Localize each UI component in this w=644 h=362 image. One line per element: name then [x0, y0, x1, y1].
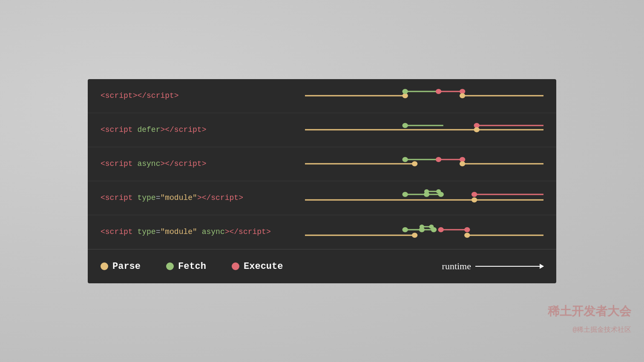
timeline-basic	[305, 83, 543, 108]
timeline-svg-module-async	[305, 219, 543, 245]
row-script-module-async: <script type="module" async></script>	[88, 215, 556, 249]
svg-point-49	[438, 227, 443, 232]
timeline-module	[305, 185, 543, 211]
svg-point-32	[438, 192, 443, 197]
fetch-dot	[166, 262, 174, 270]
legend-fetch: Fetch	[166, 261, 206, 272]
code-label-basic: <script></script>	[101, 91, 305, 100]
code-label-defer: <script defer></script>	[101, 125, 305, 134]
execute-dot	[232, 262, 239, 270]
timeline-svg-async	[305, 151, 543, 177]
watermark-title: 稀土开发者大会	[548, 303, 631, 319]
watermark-subtitle: @稀土掘金技术社区	[572, 325, 631, 334]
timeline-svg-module	[305, 185, 543, 211]
svg-point-39	[464, 233, 470, 238]
slide-container: <script></script>	[88, 79, 556, 283]
svg-point-47	[431, 227, 437, 232]
svg-point-5	[436, 89, 441, 94]
svg-point-18	[402, 157, 408, 162]
row-script-module: <script type="module"></script>	[88, 181, 556, 215]
svg-point-20	[436, 157, 441, 162]
parse-label: Parse	[112, 261, 141, 272]
parse-dot	[101, 262, 108, 270]
svg-point-16	[412, 161, 417, 166]
row-script-basic: <script></script>	[88, 79, 556, 113]
legend-row: Parse Fetch Execute runtime	[88, 249, 556, 283]
code-label-module: <script type="module"></script>	[101, 194, 305, 202]
svg-point-14	[474, 127, 479, 132]
timeline-module-async	[305, 219, 543, 245]
runtime-label: runtime	[442, 261, 543, 272]
legend-execute: Execute	[232, 261, 283, 272]
svg-point-11	[402, 123, 408, 128]
row-script-defer: <script defer></script>	[88, 113, 556, 147]
runtime-arrow	[475, 266, 543, 267]
code-label-module-async: <script type="module" async></script>	[101, 228, 305, 236]
row-script-async: <script async></script>	[88, 147, 556, 181]
fetch-label: Fetch	[178, 261, 206, 272]
timeline-defer	[305, 117, 543, 143]
code-label-async: <script async></script>	[101, 160, 305, 168]
svg-point-3	[402, 89, 408, 94]
svg-point-37	[412, 233, 417, 238]
legend-parse: Parse	[101, 261, 141, 272]
execute-label: Execute	[244, 261, 283, 272]
svg-point-34	[472, 192, 477, 197]
timeline-svg-defer	[305, 117, 543, 143]
timeline-async	[305, 151, 543, 177]
svg-point-35	[472, 197, 477, 202]
svg-point-29	[424, 189, 429, 194]
svg-point-50	[464, 227, 470, 232]
timeline-svg-basic	[305, 83, 543, 108]
svg-point-44	[420, 225, 424, 229]
